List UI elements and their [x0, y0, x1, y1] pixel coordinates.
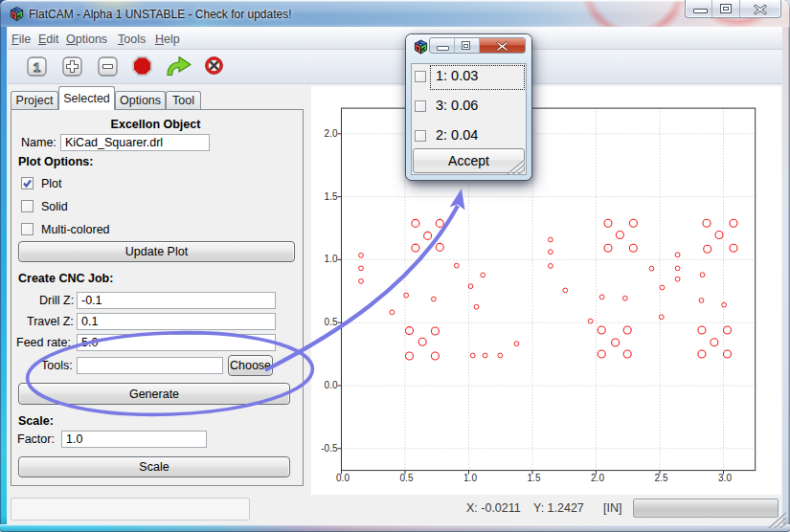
svg-text:2.0: 2.0 — [591, 473, 604, 483]
svg-text:3.0: 3.0 — [718, 473, 732, 483]
svg-text:1.5: 1.5 — [528, 473, 541, 483]
svg-text:0.5: 0.5 — [400, 473, 414, 483]
svg-text:0.0: 0.0 — [336, 473, 350, 483]
svg-text:1.5: 1.5 — [325, 191, 338, 202]
svg-text:1.0: 1.0 — [325, 254, 338, 264]
svg-text:0.5: 0.5 — [325, 317, 338, 327]
svg-text:0.0: 0.0 — [325, 380, 338, 390]
svg-text:1.0: 1.0 — [463, 473, 477, 483]
svg-text:2.0: 2.0 — [325, 128, 338, 139]
svg-text:-0.5: -0.5 — [321, 443, 338, 454]
svg-text:2.5: 2.5 — [655, 473, 668, 483]
